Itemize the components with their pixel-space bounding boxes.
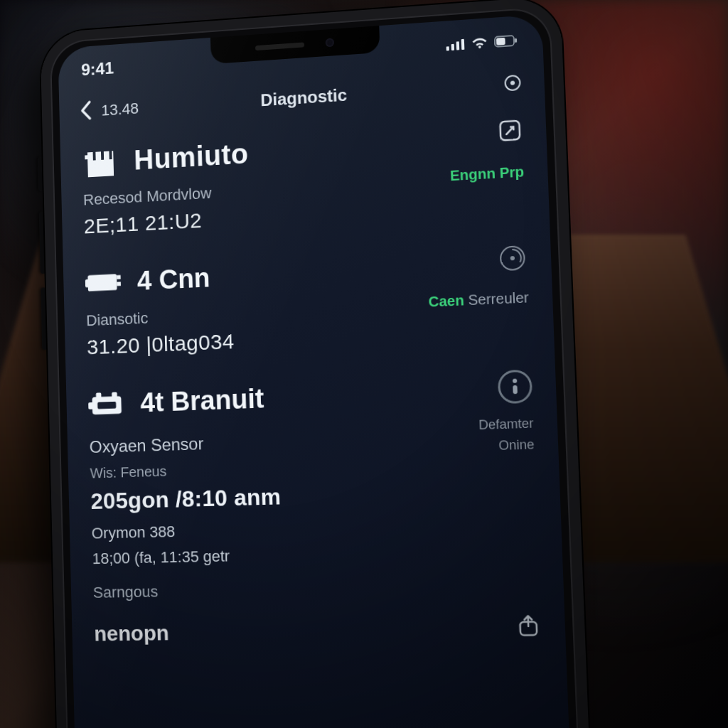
section1-status: Engnn Prp <box>449 156 524 184</box>
svg-rect-16 <box>87 274 117 291</box>
edit-button[interactable] <box>497 117 523 146</box>
oxygen-sensor-label: Oxyaen Sensor <box>89 425 479 457</box>
section1-value: 2E;11 21:U2 <box>84 208 213 238</box>
status-time: 9:41 <box>81 58 114 80</box>
svg-rect-9 <box>87 159 114 177</box>
nav-action-button[interactable] <box>503 73 523 96</box>
svg-rect-19 <box>117 282 121 286</box>
page-title: Diagnostic <box>148 75 493 117</box>
radar-icon <box>497 243 528 274</box>
status-right <box>446 35 518 51</box>
svg-rect-1 <box>451 44 454 50</box>
section3-value-main: 205gon /8:10 anm <box>90 478 481 515</box>
footer-label: Sarngous <box>93 576 540 602</box>
battery-icon <box>494 35 518 48</box>
info-button[interactable] <box>498 370 533 405</box>
section3-right: Defamter Onine <box>478 409 535 457</box>
app-content: 13.48 Diagnostic Humiuto <box>59 58 571 728</box>
device-icon <box>85 263 122 302</box>
target-icon <box>503 73 523 93</box>
section2-value: 31.20 |0ltag034 <box>87 329 235 359</box>
section3-line-a: Orymon 388 <box>91 515 482 542</box>
cta-button[interactable]: nenopn <box>94 621 169 646</box>
svg-rect-0 <box>446 46 449 50</box>
svg-rect-26 <box>97 402 116 409</box>
section1-title: Humiuto <box>134 137 249 176</box>
svg-rect-23 <box>96 392 102 398</box>
svg-rect-14 <box>85 155 89 159</box>
svg-rect-3 <box>461 39 465 50</box>
svg-rect-5 <box>496 38 505 46</box>
svg-point-21 <box>510 256 515 260</box>
section3-right-a: Defamter <box>478 413 534 436</box>
share-button[interactable] <box>515 613 542 643</box>
front-camera <box>326 38 334 48</box>
svg-rect-6 <box>515 38 517 43</box>
section2-subline: Diansotic <box>86 306 234 331</box>
section1-subline: Recesod Mordvlow <box>83 184 212 209</box>
speaker-grille <box>255 42 304 50</box>
section2-right: Caen Serreuler <box>428 282 529 311</box>
svg-point-8 <box>510 80 515 85</box>
svg-rect-25 <box>88 402 94 410</box>
bottom-cta-row: nenopn <box>94 613 542 648</box>
phone-screen: 9:41 13.48 Diagnostic <box>58 14 570 728</box>
svg-rect-24 <box>112 392 117 398</box>
sensor-status-icon[interactable] <box>497 243 528 277</box>
svg-rect-2 <box>456 41 460 50</box>
svg-rect-13 <box>112 151 113 161</box>
section2-title: 4 Cnn <box>136 262 210 296</box>
section3-title: 4t Branuit <box>140 383 264 418</box>
cellular-icon <box>446 38 465 51</box>
section2-right-b: Serreuler <box>468 289 529 308</box>
section-branuit[interactable]: 4t Branuit Oxyaen Sensor Wis: Feneus 205… <box>86 359 543 652</box>
svg-rect-18 <box>117 275 121 279</box>
svg-rect-11 <box>95 151 101 161</box>
edit-icon <box>497 117 523 143</box>
battery-module-icon <box>88 385 126 424</box>
svg-rect-17 <box>85 279 90 288</box>
chevron-left-icon <box>80 100 92 121</box>
fortress-icon <box>82 142 119 182</box>
section2-right-a: Caen <box>428 292 464 309</box>
section-4cnn[interactable]: 4 Cnn Diansotic 31.20 |0ltag034 Caen Ser… <box>83 232 532 363</box>
share-icon <box>515 613 542 638</box>
wifi-icon <box>471 36 488 49</box>
svg-rect-12 <box>104 151 109 161</box>
section3-line-b: 18;00 (fa, 11:35 getr <box>92 542 483 568</box>
section3-sublabel: Wis: Feneus <box>90 454 480 482</box>
svg-rect-28 <box>513 385 518 395</box>
svg-point-27 <box>513 379 517 383</box>
phone-device: 9:41 13.48 Diagnostic <box>40 0 591 728</box>
section3-right-b: Onine <box>479 434 535 457</box>
info-icon <box>508 378 523 395</box>
nav-subvalue: 13.48 <box>101 100 139 120</box>
back-button[interactable] <box>80 100 92 124</box>
